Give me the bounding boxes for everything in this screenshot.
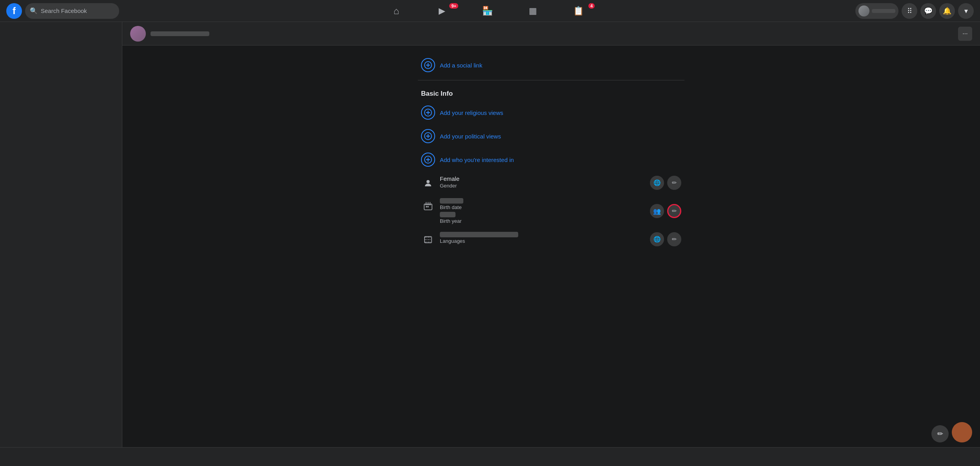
messenger-button[interactable]: 💬 — [920, 3, 936, 19]
languages-privacy-button[interactable]: 🌐 — [650, 232, 664, 246]
add-political-views[interactable]: Add your political views — [418, 124, 684, 148]
compose-icon: ✏ — [937, 430, 943, 438]
bottom-bar — [0, 447, 980, 466]
add-political-views-icon — [421, 129, 435, 143]
top-navigation: f 🔍 ⌂ ▶ 9+ 🏪 ▦ 📋 4 ⠿ 💬 — [0, 0, 980, 22]
add-interested-in-icon — [421, 153, 435, 167]
notifications-icon: 🔔 — [943, 7, 951, 15]
add-social-link[interactable]: Add a social link — [418, 53, 684, 77]
birth-date-actions: 👥 ✏ — [650, 204, 681, 218]
birth-date-label: Birth date — [440, 204, 645, 210]
profile-header-bar: ··· — [122, 22, 980, 46]
gender-icon — [421, 176, 435, 190]
news-icon: 📋 — [573, 6, 584, 16]
birth-date-text: Birth date Birth year — [440, 198, 645, 224]
search-bar[interactable]: 🔍 — [25, 3, 119, 19]
nav-groups[interactable]: ▦ — [511, 2, 555, 20]
gender-privacy-button[interactable]: 🌐 — [650, 176, 664, 190]
profile-button[interactable] — [855, 3, 898, 19]
nav-video[interactable]: ▶ 9+ — [420, 2, 464, 20]
add-interested-in[interactable]: Add who you're interested in — [418, 148, 684, 171]
facebook-logo[interactable]: f — [6, 3, 22, 19]
languages-globe-icon: 🌐 — [653, 236, 661, 243]
marketplace-icon: 🏪 — [482, 6, 493, 16]
languages-value-container — [440, 232, 645, 237]
news-badge: 4 — [588, 3, 595, 9]
nav-home[interactable]: ⌂ — [374, 2, 418, 20]
languages-text: Languages — [440, 232, 645, 244]
add-religious-views[interactable]: Add your religious views — [418, 101, 684, 124]
account-dropdown[interactable]: ▾ — [958, 3, 974, 19]
compose-button[interactable]: ✏ — [931, 425, 949, 442]
svg-point-15 — [428, 206, 428, 207]
grid-button[interactable]: ⠿ — [902, 3, 917, 19]
gender-edit-button[interactable]: ✏ — [667, 176, 681, 190]
gender-value: Female — [440, 175, 645, 182]
profile-name-blurred — [872, 9, 895, 13]
search-icon: 🔍 — [30, 7, 38, 15]
birth-year-container — [440, 212, 645, 217]
chevron-down-icon: ▾ — [964, 7, 968, 15]
birth-date-blurred — [440, 198, 463, 204]
video-badge: 9+ — [449, 3, 458, 9]
gender-text: Female Gender — [440, 175, 645, 189]
birth-year-blurred — [440, 212, 456, 217]
groups-icon: ▦ — [529, 6, 537, 16]
left-sidebar — [0, 22, 122, 466]
add-social-link-label: Add a social link — [440, 62, 482, 69]
gender-actions: 🌐 ✏ — [650, 176, 681, 190]
nav-marketplace[interactable]: 🏪 — [465, 2, 509, 20]
edit-pencil-icon: ✏ — [672, 179, 677, 186]
basic-info-header: Basic Info — [418, 84, 684, 101]
gender-label: Gender — [440, 183, 645, 189]
profile-name-blurred-header — [151, 31, 209, 36]
svg-point-14 — [426, 206, 427, 207]
profile-avatar-header — [130, 26, 146, 42]
main-content: Add a social link Basic Info Add your re… — [122, 46, 980, 466]
birth-date-edit-button[interactable]: ✏ — [667, 204, 681, 218]
content-panel: Add a social link Basic Info Add your re… — [418, 46, 684, 258]
add-interested-in-label: Add who you're interested in — [440, 157, 514, 163]
grid-icon: ⠿ — [907, 7, 912, 15]
messenger-icon: 💬 — [924, 7, 933, 15]
languages-blurred — [440, 232, 518, 237]
birth-date-value-container — [440, 198, 645, 204]
edit-pencil-highlighted-icon: ✏ — [672, 208, 677, 215]
gender-row: Female Gender 🌐 ✏ — [418, 171, 684, 194]
languages-icon — [421, 233, 435, 247]
add-social-link-icon — [421, 58, 435, 72]
languages-label: Languages — [440, 238, 645, 244]
languages-actions: 🌐 ✏ — [650, 232, 681, 246]
add-religious-views-label: Add your religious views — [440, 109, 503, 116]
profile-avatar — [858, 5, 869, 16]
languages-row: Languages 🌐 ✏ — [418, 228, 684, 251]
globe-icon: 🌐 — [653, 179, 661, 186]
page-wrapper: ··· Add a social link Basic Info Add you… — [0, 0, 980, 466]
birth-date-row: Birth date Birth year 👥 ✏ — [418, 194, 684, 228]
notifications-button[interactable]: 🔔 — [939, 3, 955, 19]
home-icon: ⌂ — [394, 5, 399, 16]
nav-news[interactable]: 📋 4 — [556, 2, 600, 20]
svg-point-12 — [426, 180, 430, 183]
nav-center: ⌂ ▶ 9+ 🏪 ▦ 📋 4 — [122, 2, 852, 20]
add-religious-views-icon — [421, 106, 435, 120]
languages-edit-pencil-icon: ✏ — [672, 236, 677, 243]
birth-date-icon — [421, 199, 435, 213]
birth-year-label: Birth year — [440, 218, 645, 224]
nav-right: ⠿ 💬 🔔 ▾ — [855, 3, 974, 19]
divider-1 — [418, 80, 684, 80]
languages-edit-button[interactable]: ✏ — [667, 232, 681, 246]
three-dots-button[interactable]: ··· — [958, 27, 972, 41]
add-political-views-label: Add your political views — [440, 133, 501, 140]
video-icon: ▶ — [439, 6, 445, 16]
search-input[interactable] — [41, 7, 114, 14]
friends-icon: 👥 — [653, 208, 661, 215]
bottom-right-avatar[interactable] — [952, 422, 972, 442]
birth-date-privacy-button[interactable]: 👥 — [650, 204, 664, 218]
